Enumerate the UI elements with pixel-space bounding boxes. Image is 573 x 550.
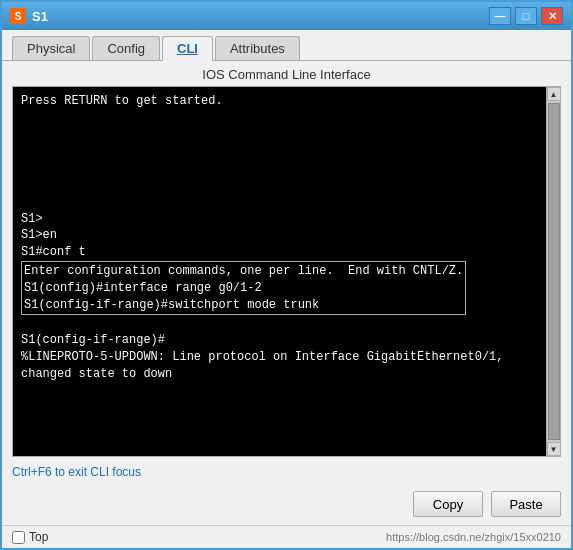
terminal-output[interactable]: Press RETURN to get started. S1> S1>en S…: [13, 87, 546, 456]
main-window: S S1 — □ ✕ Physical Config CLI Attribute…: [0, 0, 573, 550]
scroll-down-button[interactable]: ▼: [547, 442, 561, 456]
window-icon: S: [10, 8, 26, 24]
status-text: Ctrl+F6 to exit CLI focus: [12, 465, 141, 479]
tab-cli[interactable]: CLI: [162, 36, 213, 61]
tab-config[interactable]: Config: [92, 36, 160, 60]
highlighted-commands: Enter configuration commands, one per li…: [21, 261, 466, 315]
paste-button[interactable]: Paste: [491, 491, 561, 517]
title-bar: S S1 — □ ✕: [2, 2, 571, 30]
terminal-container[interactable]: Press RETURN to get started. S1> S1>en S…: [12, 86, 561, 457]
terminal-scrollbar[interactable]: ▲ ▼: [546, 87, 560, 456]
top-checkbox-container: Top: [12, 530, 48, 544]
tab-bar: Physical Config CLI Attributes: [2, 30, 571, 61]
copy-button[interactable]: Copy: [413, 491, 483, 517]
top-checkbox[interactable]: [12, 531, 25, 544]
minimize-button[interactable]: —: [489, 7, 511, 25]
cli-area: Press RETURN to get started. S1> S1>en S…: [12, 86, 561, 457]
top-checkbox-label: Top: [29, 530, 48, 544]
section-title: IOS Command Line Interface: [2, 61, 571, 86]
window-title: S1: [32, 9, 489, 24]
scroll-up-button[interactable]: ▲: [547, 87, 561, 101]
tab-attributes[interactable]: Attributes: [215, 36, 300, 60]
footer-link: https://blog.csdn.ne/zhgix/15xx0210: [386, 531, 561, 543]
footer-bar: Top https://blog.csdn.ne/zhgix/15xx0210: [2, 525, 571, 548]
bottom-bar: Copy Paste: [2, 487, 571, 525]
maximize-button[interactable]: □: [515, 7, 537, 25]
status-bar: Ctrl+F6 to exit CLI focus: [2, 457, 571, 487]
window-controls: — □ ✕: [489, 7, 563, 25]
close-button[interactable]: ✕: [541, 7, 563, 25]
scroll-thumb[interactable]: [548, 103, 560, 440]
tab-physical[interactable]: Physical: [12, 36, 90, 60]
